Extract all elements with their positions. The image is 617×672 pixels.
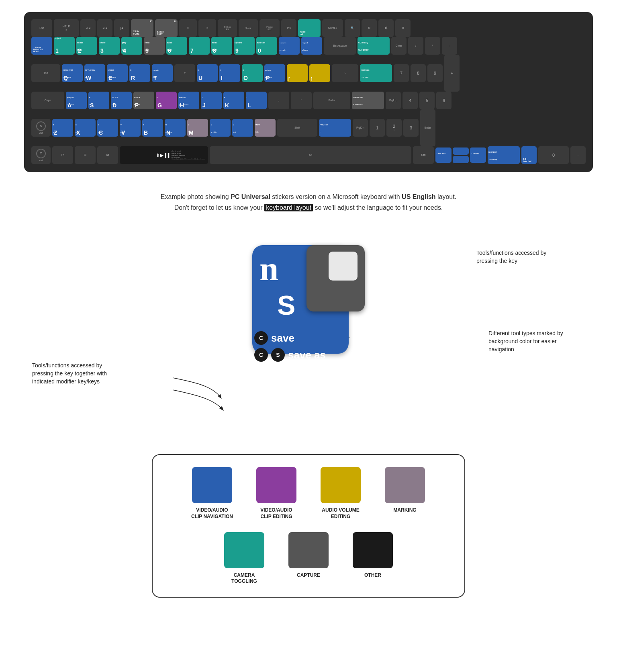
enter-key[interactable]: Enter (313, 92, 350, 109)
num-0[interactable]: 0 (538, 146, 569, 164)
key-0[interactable]: 0 auto-cam (256, 37, 277, 55)
alt-left-key[interactable]: alt (97, 146, 118, 164)
key-minus[interactable]: • removeof track (279, 37, 300, 55)
num-power-key[interactable]: ⏻ (378, 19, 394, 37)
key-comma[interactable]: ◄◄◄ /rin (210, 119, 231, 137)
num-slash[interactable]: / (408, 37, 423, 55)
shift-right-key[interactable]: Shift (277, 119, 317, 137)
num-star[interactable]: * (425, 37, 440, 55)
key-s[interactable]: S nsave (88, 92, 109, 109)
tilde-key[interactable]: ↑ Min resPREVIOUSHOME (31, 37, 52, 55)
keyboard-layout-link[interactable]: keyboard layout (264, 204, 313, 211)
key-3[interactable]: 3 timline (99, 37, 120, 55)
key-1[interactable]: 1 project (54, 37, 75, 55)
fn-key[interactable]: Fn (52, 146, 73, 164)
num-play-fwd[interactable]: ▶▶trim fwd (521, 146, 537, 164)
f4-key[interactable]: |◄ (114, 19, 129, 37)
esc-key[interactable]: Esc (31, 19, 52, 37)
prtscn-key[interactable]: PrtScnF9 (218, 19, 237, 37)
key-quote[interactable]: ' (291, 92, 312, 109)
num-7[interactable]: 7 (394, 64, 409, 82)
f7-key[interactable]: ✳ (179, 19, 197, 37)
key-v[interactable]: V Vpaste (120, 119, 141, 137)
num-3[interactable]: 3 (403, 119, 419, 137)
key-8[interactable]: 8 mediabrows (211, 37, 232, 55)
key-b[interactable]: B B (142, 119, 163, 137)
right-arrow-key[interactable]: → trim fwd (470, 148, 486, 163)
num-4[interactable]: 4 (402, 92, 418, 109)
key-6[interactable]: 6 audiomixer (166, 37, 187, 55)
key-semicolon[interactable]: ; (268, 92, 289, 109)
numlock-key[interactable]: NumLk (322, 19, 343, 37)
down-arrow-key[interactable]: ↓ (453, 156, 469, 163)
num-minus[interactable]: - (442, 37, 457, 55)
key-slash[interactable]: MARKSELdur (255, 119, 276, 137)
num-clear[interactable]: Clear (391, 37, 407, 55)
num-1[interactable]: 1 (370, 119, 385, 137)
key-2[interactable]: 2 sourcename (76, 37, 97, 55)
key-c[interactable]: C Ccopy (97, 119, 118, 137)
key-t[interactable]: T trim editopen (152, 64, 173, 82)
key-d[interactable]: D SELECTCLIP (111, 92, 132, 109)
num-pgdn[interactable]: PgDn (353, 119, 368, 137)
num-next-edit[interactable]: NEXT EDIT→ next clip (488, 146, 520, 164)
key-a[interactable]: A apply vidtransition (66, 92, 87, 109)
key-l[interactable]: L L (246, 92, 267, 109)
key-period[interactable]: ►/out (232, 119, 253, 137)
num-settings-key[interactable]: ⚙ (395, 19, 411, 37)
num-search-key[interactable]: 🔍 (345, 19, 360, 37)
key-o[interactable]: O O (242, 64, 263, 82)
caps-key[interactable]: Caps (31, 92, 64, 109)
num-zoom-seq[interactable]: ZOOM SEQCLIP ENDendgoto endclip end (360, 64, 392, 82)
key-i[interactable]: I I (219, 64, 240, 82)
f6-key[interactable]: F6 BATCHCAPT (155, 19, 178, 37)
key-e[interactable]: E ST EDITDURATION (107, 64, 128, 82)
key-p[interactable]: P set postgoto out (264, 64, 285, 82)
up-arrow-key[interactable]: ↑ (453, 148, 469, 155)
key-x[interactable]: X Xcut (75, 119, 96, 137)
key-rbracket[interactable]: ] (309, 64, 330, 82)
ctrl-left-key[interactable]: C ctrl (31, 146, 51, 164)
key-lbracket[interactable]: [ (287, 64, 308, 82)
f8-key[interactable]: ✳ (198, 19, 216, 37)
key-h[interactable]: H add edit/play around (178, 92, 199, 109)
key-w[interactable]: W RIPPLE TRIMNEXT (84, 64, 105, 82)
pause-key[interactable]: PauseF12 (259, 19, 280, 37)
key-j[interactable]: J J (201, 92, 222, 109)
num-dot[interactable]: . (570, 146, 586, 164)
enter-num-key[interactable]: Enter (420, 109, 435, 146)
num-5[interactable]: 5 (419, 92, 435, 109)
num-9[interactable]: 9 (427, 64, 443, 82)
key-q[interactable]: Q RIPPLE TRIMPREVIOUS (62, 64, 83, 82)
spacebar[interactable]: Alt (210, 146, 411, 164)
play-sticker-key[interactable]: k ▶▐▐ play in to out play in to out play… (120, 146, 208, 164)
help-key[interactable]: HELPn (54, 19, 79, 37)
key-n[interactable]: N Nnew req. (165, 119, 186, 137)
num-plus[interactable]: + (444, 55, 460, 92)
left-arrow-key[interactable]: ← trim back (435, 148, 452, 163)
key-k[interactable]: K K (223, 92, 244, 109)
f2-key[interactable]: ◄◄ (80, 19, 96, 37)
ins-key[interactable]: Ins (281, 19, 296, 37)
key-backslash[interactable]: \ (332, 64, 358, 82)
key-f[interactable]: F MATCHFRAME (133, 92, 154, 109)
key-5[interactable]: 5 effectcntrl (144, 37, 165, 55)
num-8[interactable]: 8 (411, 64, 426, 82)
num-pgup[interactable]: PgUp (386, 92, 401, 109)
num-gear-key[interactable]: ⚙ (362, 19, 377, 37)
num-prev-edit[interactable]: PREV EDIT← (319, 119, 351, 137)
shift-left-key[interactable]: S shift (31, 119, 51, 137)
key-plus[interactable]: • speedof trans (301, 37, 322, 55)
tab-key[interactable]: Tab (31, 64, 60, 82)
key-4[interactable]: 4 prog-mon (121, 37, 142, 55)
key-z[interactable]: Z Zundo (52, 119, 73, 137)
spacebar2[interactable]: Ctrl (413, 146, 434, 164)
num-goto-seq[interactable]: GOTO SEQCLIP STARThomegoto selclip start (358, 37, 390, 55)
scrlk-key[interactable]: ScrLk (239, 19, 258, 37)
key-r[interactable]: R R (129, 64, 150, 82)
key-m[interactable]: M MReport (187, 119, 208, 137)
del-key[interactable]: rippledel (298, 19, 321, 37)
f5-key[interactable]: F5 CAP-TURE (131, 19, 153, 37)
num-render-eff[interactable]: RENDER EFFIN WORK AR← (352, 92, 384, 109)
key-y[interactable]: Y (174, 64, 195, 82)
